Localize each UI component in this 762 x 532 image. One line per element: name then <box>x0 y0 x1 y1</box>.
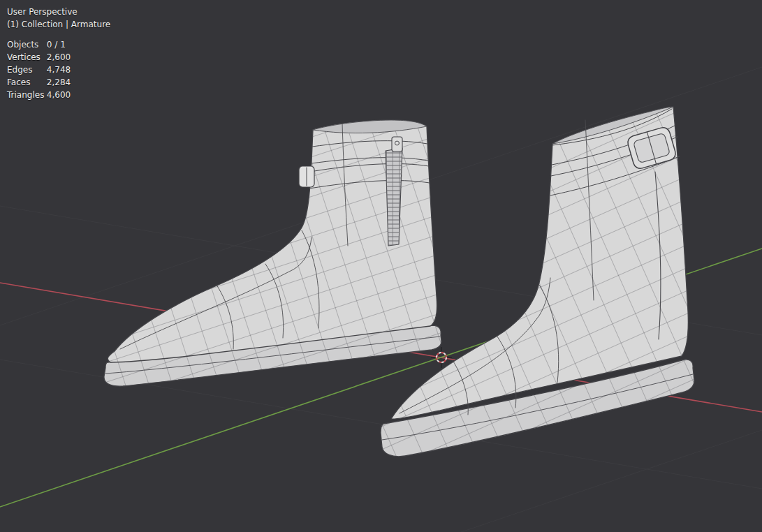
viewport-3d[interactable]: User Perspective (1) Collection | Armatu… <box>0 0 762 532</box>
scene-svg <box>0 0 762 532</box>
boot-left-zipper-pull <box>392 137 402 152</box>
boot-left-buckle <box>299 166 314 187</box>
